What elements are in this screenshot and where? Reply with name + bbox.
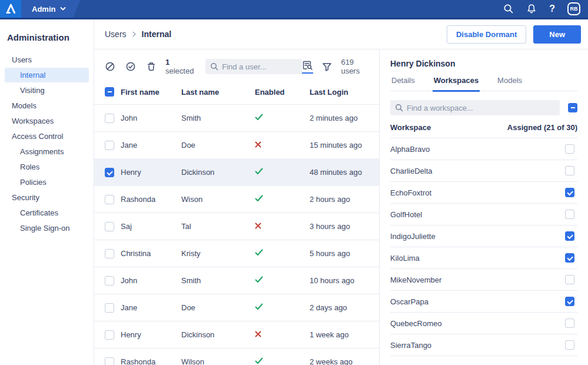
row-checkbox[interactable] — [105, 114, 114, 123]
toggle-all-workspaces-checkbox[interactable] — [568, 103, 577, 112]
users-count: 619 users — [341, 58, 368, 75]
workspace-assigned-checkbox[interactable] — [565, 231, 574, 241]
disable-dormant-button[interactable]: Disable Dormant — [447, 25, 526, 44]
help-icon[interactable]: ? — [549, 4, 555, 14]
delete-users-icon[interactable] — [146, 61, 157, 72]
table-row-henry[interactable]: Henry Dickinson 1 week ago — [94, 321, 379, 348]
row-checkbox[interactable] — [105, 303, 114, 313]
row-checkbox[interactable] — [105, 141, 114, 150]
workspace-row-mikenovember: MikeNovember — [390, 268, 577, 290]
workspace-assigned-checkbox[interactable] — [565, 275, 574, 284]
row-checkbox[interactable] — [105, 249, 114, 258]
sidebar: Administration Users Internal Visiting M… — [0, 19, 94, 365]
workspace-assigned-checkbox[interactable] — [565, 144, 574, 154]
workspace-assigned-checkbox[interactable] — [565, 297, 574, 306]
workspace-row-kilolima: KiloLima — [390, 247, 577, 268]
sidebar-nav: Users Internal Visiting Models Workspace… — [0, 52, 94, 235]
sidebar-item-policies[interactable]: Policies — [5, 175, 89, 190]
filter-icon[interactable] — [322, 62, 332, 72]
column-header-enabled: Enabled — [255, 88, 310, 97]
sidebar-item-single-sign-on[interactable]: Single Sign-on — [5, 221, 89, 235]
avatar[interactable]: RB — [567, 2, 580, 15]
cell-last-name: Dickinson — [181, 330, 255, 339]
workspace-row-alphabravo: AlphaBravo — [390, 138, 577, 160]
search-icon[interactable] — [503, 4, 514, 14]
workspace-name: QuebecRomeo — [390, 319, 565, 328]
workspace-list: AlphaBravo CharlieDelta EchoFoxtrot Golf… — [390, 138, 577, 356]
sidebar-item-models[interactable]: Models — [5, 98, 89, 113]
anaplan-logo[interactable] — [0, 0, 21, 18]
workspace-assigned-checkbox[interactable] — [565, 318, 574, 328]
search-icon — [210, 62, 218, 71]
sidebar-item-certificates[interactable]: Certificates — [5, 205, 89, 220]
row-checkbox[interactable] — [105, 222, 114, 231]
topbar: Admin ? RB — [0, 0, 588, 19]
sidebar-item-security[interactable]: Security — [5, 190, 89, 205]
cell-last-name: Wilson — [181, 357, 255, 365]
disabled-x-icon — [255, 223, 261, 229]
tab-workspaces[interactable]: Workspaces — [433, 76, 480, 92]
cell-first-name: Rashonda — [121, 195, 181, 204]
row-checkbox[interactable] — [105, 195, 114, 204]
row-checkbox[interactable] — [105, 168, 114, 177]
disabled-x-icon — [255, 331, 261, 337]
workspace-row-sierratango: SierraTango — [390, 334, 577, 356]
workspace-search-input[interactable] — [407, 104, 555, 112]
disabled-x-icon — [255, 141, 261, 148]
sidebar-item-access-control[interactable]: Access Control — [5, 129, 89, 144]
user-search-input[interactable] — [222, 62, 297, 71]
cell-last-login: 1 week ago — [310, 330, 368, 339]
new-button[interactable]: New — [533, 25, 581, 44]
table-row-jane[interactable]: Jane Doe 15 minutes ago — [94, 131, 379, 158]
workspace-row-oscarpapa: OscarPapa — [390, 290, 577, 312]
workspace-assigned-checkbox[interactable] — [565, 210, 574, 219]
enabled-check-icon — [255, 276, 263, 283]
detail-tabs: Details Workspaces Models — [390, 76, 577, 91]
cell-last-name: Doe — [181, 303, 255, 312]
admin-menu[interactable]: Admin — [21, 0, 80, 18]
breadcrumb: Users Internal — [105, 29, 171, 39]
workspace-name: IndigoJuliette — [390, 232, 565, 241]
breadcrumb-users[interactable]: Users — [105, 29, 127, 39]
tab-details[interactable]: Details — [390, 76, 416, 91]
sidebar-item-workspaces[interactable]: Workspaces — [5, 114, 89, 128]
table-row-jane[interactable]: Jane Doe 2 days ago — [94, 294, 379, 321]
workspace-name: KiloLima — [390, 254, 565, 263]
table-row-john[interactable]: John Smith 10 hours ago — [94, 267, 379, 294]
tab-models[interactable]: Models — [496, 76, 523, 91]
sidebar-item-roles[interactable]: Roles — [5, 160, 89, 174]
workspace-assigned-checkbox[interactable] — [565, 340, 574, 350]
disable-users-icon[interactable] — [105, 61, 115, 72]
table-row-rashonda[interactable]: Rashonda Wison 2 hours ago — [94, 185, 379, 213]
workspace-search — [390, 100, 560, 115]
bell-icon[interactable] — [526, 4, 537, 14]
row-checkbox[interactable] — [105, 357, 114, 365]
enable-users-icon[interactable] — [125, 61, 136, 72]
row-checkbox[interactable] — [105, 276, 114, 286]
enabled-check-icon — [255, 303, 263, 310]
table-row-john[interactable]: John Smith 2 minutes ago — [94, 104, 379, 131]
cell-last-name: Smith — [181, 276, 255, 285]
enabled-check-icon — [255, 249, 263, 256]
cell-last-login: 15 minutes ago — [310, 141, 368, 150]
sidebar-item-users[interactable]: Users — [5, 52, 89, 67]
cell-first-name: Henry — [121, 330, 181, 339]
table-row-rashonda[interactable]: Rashonda Wilson 2 weeks ago — [94, 348, 379, 365]
sidebar-item-internal[interactable]: Internal — [5, 68, 89, 82]
row-checkbox[interactable] — [105, 330, 114, 340]
workspace-assigned-checkbox[interactable] — [565, 253, 574, 263]
sidebar-item-assignments[interactable]: Assignments — [5, 144, 89, 159]
workspace-assigned-checkbox[interactable] — [565, 166, 574, 175]
users-panel: 1 selected — [94, 49, 379, 365]
cell-last-name: Dickinson — [181, 168, 255, 177]
select-all-checkbox[interactable] — [105, 87, 114, 97]
enabled-check-icon — [255, 114, 263, 121]
workspace-assigned-checkbox[interactable] — [565, 188, 574, 197]
cell-last-login: 2 minutes ago — [310, 114, 368, 122]
sidebar-item-visiting[interactable]: Visiting — [5, 83, 89, 98]
table-row-saj[interactable]: Saj Tal 3 hours ago — [94, 213, 379, 240]
table-row-henry[interactable]: Henry Dickinson 48 minutes ago — [94, 158, 379, 185]
table-row-christina[interactable]: Christina Kristy 5 hours ago — [94, 240, 379, 267]
column-search-icon[interactable] — [302, 60, 313, 74]
users-toolbar: 1 selected — [94, 49, 379, 82]
